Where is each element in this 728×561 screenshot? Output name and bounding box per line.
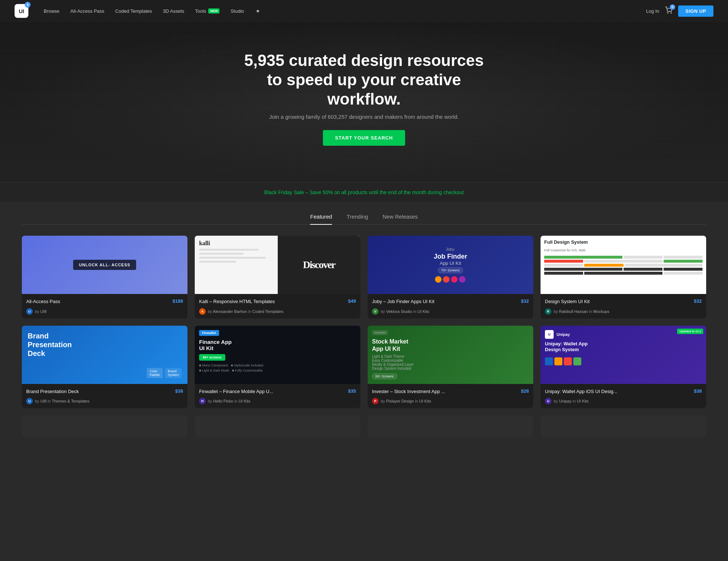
product-title: Brand Presentation Deck [26,388,172,395]
product-card-finwallet[interactable]: Finwallet Finance App UI Kit 65+ screens… [195,326,360,408]
tab-featured[interactable]: Featured [310,213,332,225]
product-title: Kalli – Responsive HTML Templates [199,298,345,305]
product-author: V by Vektora Studio in UI Kits [372,308,529,315]
product-info-unipay: Unipay: Wallet App iOS UI Desig... $38 U… [541,384,706,408]
unipay-title: Unipay: Wallet AppDesign System [545,341,702,353]
sale-banner-text: Black Friday Sale – Save 50% on all prod… [264,189,464,195]
hero-cta-button[interactable]: START YOUR SEARCH [323,130,405,146]
product-thumbnail-kalli: kalli Discover [195,236,360,294]
joby-screens-badge: 70+ Screens [438,267,463,273]
product-title: Unipay: Wallet App iOS UI Desig... [545,388,691,395]
tools-label: Tools [195,8,206,14]
author-text: by Vektora Studio in UI Kits [381,309,429,314]
partial-card-2[interactable] [195,415,360,437]
finwallet-logo: Finwallet [199,330,219,336]
product-info-joby: Joby – Job Finder Apps UI Kit $32 V by V… [368,294,533,318]
logo[interactable]: UI 8 [15,4,28,18]
product-author: U by Unipay in UI Kits [545,398,702,404]
product-thumbnail-unipay: Updated to v1.1 U Unipay Unipay: Wallet … [541,326,706,384]
sale-banner: Black Friday Sale – Save 50% on all prod… [0,182,728,203]
search-icon[interactable]: ● [252,5,264,17]
unipay-logo: U [545,330,554,339]
author-text: by Hello Picko in UI Kits [208,399,250,403]
invester-tag: Invester [372,330,388,335]
product-title: Design System UI Kit [545,298,691,305]
signup-button[interactable]: SIGN UP [678,5,713,17]
product-price: $38 [175,388,183,394]
product-price: $35 [348,388,356,394]
product-card-joby[interactable]: Joby. Job Finder App UI Kit 70+ Screens [368,236,533,318]
login-button[interactable]: Log In [646,8,659,14]
invester-screens-badge: 50+ Screens [372,373,397,379]
product-price: $28 [521,388,529,394]
tab-trending[interactable]: Trending [347,213,368,225]
product-tabs: Featured Trending New Releases [22,213,706,225]
nav-item-tools[interactable]: Tools NEW [191,6,224,16]
partial-card-1[interactable] [22,415,187,437]
nav-item-studio[interactable]: Studio [226,6,248,16]
hero-title: 5,935 curated design resources to speed … [237,51,491,109]
product-grid-row3 [22,415,706,437]
hero-section: 5,935 curated design resources to speed … [0,22,728,182]
product-card-all-access[interactable]: UNLOCK ALL- ACCESS All-Access Pass $188 … [22,236,187,318]
product-title: Invester – Stock Investment App ... [372,388,518,395]
author-text: by Alexsander Barhon in Coded Templates [208,309,284,314]
product-author: U by UI8 [26,308,183,315]
product-price: $32 [694,298,702,304]
cart-icon[interactable]: 0 [665,7,672,16]
nav-menu: Browse All-Access Pass Coded Templates 3… [39,5,646,17]
author-avatar: U [545,398,551,404]
product-thumbnail-joby: Joby. Job Finder App UI Kit 70+ Screens [368,236,533,294]
nav-item-all-access[interactable]: All-Access Pass [66,6,108,16]
author-text: by Unipay in UI Kits [554,399,589,403]
product-author: U by UI8 in Themes & Templates [26,398,183,404]
product-card-brand[interactable]: BrandPresentationDeck ColorPalette Brand… [22,326,187,408]
product-card-kalli[interactable]: kalli Discover Kalli – Responsive HTML T… [195,236,360,318]
cart-badge: 0 [670,4,675,10]
product-title: Finwallet – Finance Mobile App U... [199,388,345,395]
author-avatar: A [199,308,206,315]
author-avatar: U [26,398,33,404]
product-card-unipay[interactable]: Updated to v1.1 U Unipay Unipay: Wallet … [541,326,706,408]
svg-point-0 [668,12,668,13]
product-info-design: Design System UI Kit $32 R by Rakibull H… [541,294,706,318]
navbar: UI 8 Browse All-Access Pass Coded Templa… [0,0,728,22]
partial-card-3[interactable] [368,415,533,437]
hero-subtitle: Join a growing family of 603,257 designe… [269,114,459,120]
product-info-invester: Invester – Stock Investment App ... $28 … [368,384,533,408]
product-title: All-Access Pass [26,298,170,305]
author-text: by Rakibull Hassan in Mockups [554,309,609,314]
author-avatar: U [26,308,33,315]
product-price: $32 [521,298,529,304]
nav-item-browse[interactable]: Browse [39,6,64,16]
product-author: R by Rakibull Hassan in Mockups [545,308,702,315]
logo-box: UI 8 [15,4,28,18]
partial-card-4[interactable] [541,415,706,437]
product-card-design-system[interactable]: Full Design System Full Customize for iO… [541,236,706,318]
product-grid-row1: UNLOCK ALL- ACCESS All-Access Pass $188 … [22,236,706,318]
author-avatar: R [545,308,551,315]
svg-point-1 [671,12,672,13]
logo-text: UI [19,8,24,14]
product-grid-row2: BrandPresentationDeck ColorPalette Brand… [22,326,706,408]
author-text: by Pixlayer Design in UI Kits [381,399,431,403]
product-price: $49 [348,298,356,304]
finwallet-badge: 65+ screens [199,354,225,361]
product-author: H by Hello Picko in UI Kits [199,398,356,404]
author-avatar: P [372,398,379,404]
tab-new-releases[interactable]: New Releases [383,213,418,225]
product-author: A by Alexsander Barhon in Coded Template… [199,308,356,315]
product-title: Joby – Job Finder Apps UI Kit [372,298,518,305]
nav-item-3d-assets[interactable]: 3D Assets [159,6,189,16]
product-thumbnail-finwallet: Finwallet Finance App UI Kit 65+ screens… [195,326,360,384]
product-thumbnail-invester: Invester Stock MarketApp UI Kit Light & … [368,326,533,384]
author-text: by UI8 [35,309,47,314]
author-text: by UI8 in Themes & Templates [35,399,89,403]
product-thumbnail-brand: BrandPresentationDeck ColorPalette Brand… [22,326,187,384]
unipay-update-badge: Updated to v1.1 [677,329,703,334]
unipay-name: Unipay [557,332,570,337]
product-author: P by Pixlayer Design in UI Kits [372,398,529,404]
product-price: $188 [173,298,183,304]
product-card-invester[interactable]: Invester Stock MarketApp UI Kit Light & … [368,326,533,408]
nav-item-coded-templates[interactable]: Coded Templates [111,6,157,16]
